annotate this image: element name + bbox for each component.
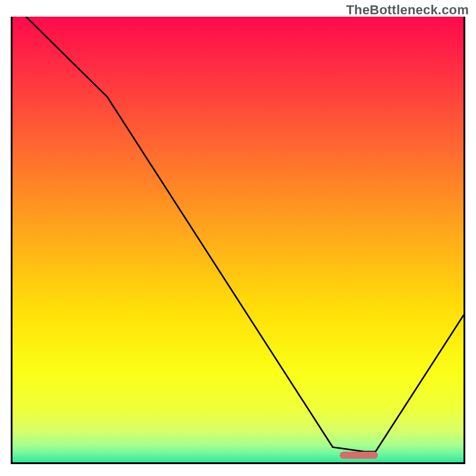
optimal-range-marker	[340, 452, 378, 459]
plot-area	[11, 17, 465, 464]
watermark-text: TheBottleneck.com	[346, 2, 469, 18]
bottleneck-curve	[12, 17, 464, 462]
chart-container: TheBottleneck.com	[0, 0, 476, 476]
